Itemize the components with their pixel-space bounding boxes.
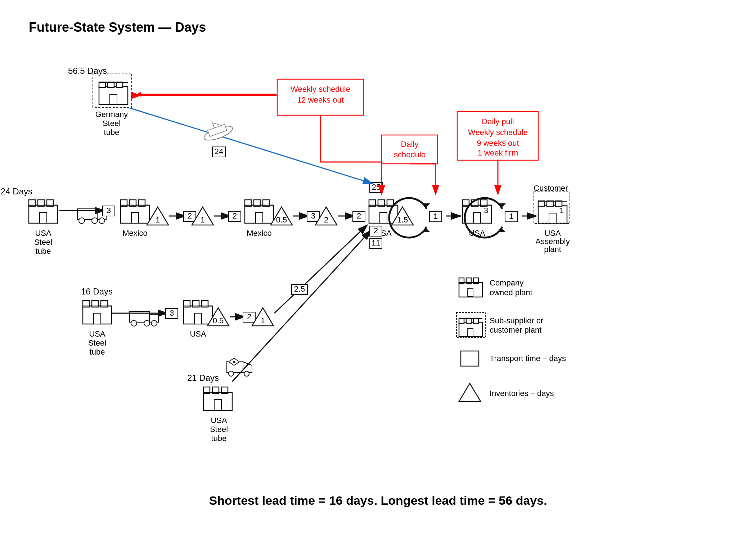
svg-text:USA: USA [190,329,206,338]
svg-text:Steel: Steel [34,238,52,247]
svg-text:tube: tube [211,434,227,443]
svg-text:9 weeks out: 9 weeks out [477,139,519,148]
svg-rect-202 [473,318,478,323]
svg-text:USA: USA [89,329,105,338]
svg-marker-210 [459,383,481,401]
svg-point-128 [144,320,150,326]
svg-point-163 [244,371,249,376]
svg-text:2: 2 [233,211,237,220]
svg-line-147 [274,225,367,313]
svg-text:Company: Company [490,278,523,287]
svg-text:21 Days: 21 Days [187,373,219,383]
svg-rect-20 [40,212,47,223]
svg-line-110 [130,108,373,184]
svg-text:plant: plant [544,245,561,254]
svg-rect-95 [538,201,545,206]
svg-text:tube: tube [104,128,120,137]
svg-text:0.5: 0.5 [276,215,287,224]
svg-point-162 [229,371,234,376]
svg-rect-6 [108,82,114,87]
svg-rect-7 [116,82,123,87]
svg-text:Mexico: Mexico [247,229,272,238]
bottom-text: Shortest lead time = 16 days. Longest le… [209,494,547,508]
factory-mexico-bottom [184,301,212,324]
svg-text:1: 1 [559,206,564,215]
factory-mexico-2 [245,200,274,223]
svg-text:3: 3 [107,206,111,215]
svg-text:USA: USA [211,416,227,425]
svg-text:Customer: Customer [534,184,568,193]
svg-rect-9 [110,94,117,104]
svg-line-166 [232,230,371,382]
svg-text:1: 1 [433,212,438,221]
svg-text:2: 2 [247,312,251,321]
legend-company-plant [459,278,482,297]
svg-text:0.5: 0.5 [213,316,224,325]
svg-text:tube: tube [90,347,105,356]
svg-rect-200 [459,318,464,323]
svg-text:1: 1 [261,316,265,325]
svg-rect-72 [380,212,387,223]
svg-rect-120 [94,313,101,324]
factory-usa-lowest [203,387,232,410]
svg-text:12 weeks out: 12 weeks out [297,95,344,104]
svg-text:Steel: Steel [210,425,228,434]
svg-text:Daily pull: Daily pull [482,117,514,126]
svg-text:1 week firm: 1 week firm [478,148,518,157]
svg-rect-55 [256,212,263,223]
svg-text:3: 3 [484,206,488,215]
svg-rect-203 [459,318,482,319]
svg-rect-8 [99,82,128,83]
svg-text:2.5: 2.5 [294,284,305,293]
svg-point-29 [99,218,105,224]
svg-text:customer plant: customer plant [490,325,541,334]
svg-text:1: 1 [201,215,205,224]
svg-point-127 [131,320,137,326]
svg-rect-178 [382,135,437,164]
svg-text:Weekly schedule: Weekly schedule [291,85,350,94]
svg-rect-97 [555,201,562,206]
svg-text:Inventories – days: Inventories – days [490,389,554,398]
factory-mexico-1 [121,200,149,223]
svg-text:USA: USA [35,229,51,238]
svg-text:24: 24 [215,147,223,156]
svg-text:owned plant: owned plant [490,288,532,297]
svg-rect-96 [547,201,553,206]
svg-text:schedule: schedule [394,150,426,159]
svg-text:24 Days: 24 Days [1,186,32,196]
svg-rect-99 [549,213,556,223]
factory-usa-main [369,200,398,223]
svg-text:3: 3 [311,211,315,220]
svg-text:Germany: Germany [95,110,128,119]
svg-rect-155 [214,400,221,410]
svg-rect-86 [473,212,481,223]
factory-usa-bottom [83,301,112,324]
svg-text:3: 3 [170,309,174,318]
svg-text:Transport time – days: Transport time – days [490,354,566,363]
factory-germany [99,82,128,104]
svg-text:Steel: Steel [103,119,121,128]
svg-point-165 [233,361,235,363]
svg-text:2: 2 [188,211,192,220]
svg-rect-208 [461,351,479,366]
svg-text:Sub-supplier or: Sub-supplier or [490,316,543,325]
svg-text:25: 25 [372,183,381,192]
svg-rect-196 [467,289,473,297]
svg-text:1: 1 [156,215,160,224]
svg-text:Steel: Steel [88,338,106,347]
svg-rect-138 [194,313,202,324]
svg-rect-38 [131,212,139,223]
svg-text:11: 11 [372,238,380,247]
factory-usa-1 [29,200,58,223]
svg-text:tube: tube [36,247,51,256]
svg-text:2: 2 [357,211,361,220]
svg-text:16 Days: 16 Days [81,287,113,296]
svg-rect-204 [467,328,473,336]
svg-point-129 [151,320,157,326]
svg-point-27 [79,218,85,224]
svg-text:2: 2 [324,215,328,224]
svg-text:Weekly schedule: Weekly schedule [468,128,528,137]
svg-text:Mexico: Mexico [122,229,148,238]
svg-rect-98 [538,201,567,202]
svg-text:1: 1 [509,212,513,221]
